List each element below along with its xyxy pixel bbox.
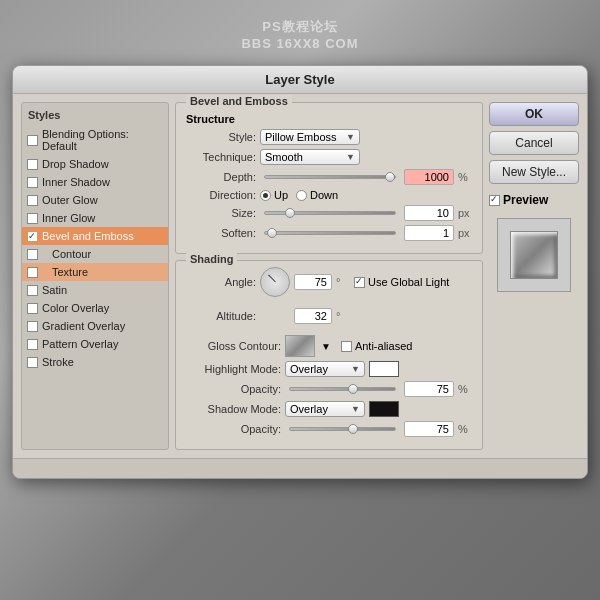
direction-radio-group: Up Down (260, 189, 338, 201)
shadow-mode-row: Shadow Mode: Overlay ▼ (186, 401, 472, 417)
new-style-button[interactable]: New Style... (489, 160, 579, 184)
structure-sub-label: Structure (186, 113, 472, 125)
sidebar-item-stroke[interactable]: Stroke (22, 353, 168, 371)
size-slider[interactable] (264, 211, 396, 215)
soften-row: Soften: px (186, 225, 472, 241)
depth-slider-thumb[interactable] (385, 172, 395, 182)
highlight-opacity-label: Opacity: (186, 383, 281, 395)
blending-options-checkbox[interactable] (27, 135, 38, 146)
dialog-bottom-bar (13, 458, 587, 478)
drop-shadow-checkbox[interactable] (27, 159, 38, 170)
depth-row: Depth: % (186, 169, 472, 185)
depth-unit: % (458, 171, 472, 183)
center-panel: Bevel and Emboss Structure Style: Pillow… (175, 102, 483, 450)
soften-slider-thumb[interactable] (267, 228, 277, 238)
preview-label: Preview (503, 193, 548, 207)
direction-up-circle (260, 190, 271, 201)
highlight-opacity-slider[interactable] (289, 387, 396, 391)
stroke-checkbox[interactable] (27, 357, 38, 368)
styles-header: Styles (22, 107, 168, 125)
texture-checkbox[interactable] (27, 267, 38, 278)
depth-slider[interactable] (264, 175, 396, 179)
anti-aliased-label[interactable]: Anti-aliased (341, 340, 412, 352)
angle-input[interactable] (294, 274, 332, 290)
gloss-contour-row: Gloss Contour: ▼ Anti-aliased (186, 335, 472, 357)
technique-label: Technique: (186, 151, 256, 163)
sidebar-item-pattern-overlay[interactable]: Pattern Overlay (22, 335, 168, 353)
contour-checkbox[interactable] (27, 249, 38, 260)
sidebar-item-inner-glow[interactable]: Inner Glow (22, 209, 168, 227)
highlight-mode-arrow: ▼ (351, 364, 360, 374)
outer-glow-checkbox[interactable] (27, 195, 38, 206)
sidebar-item-satin[interactable]: Satin (22, 281, 168, 299)
altitude-spacer (260, 301, 290, 331)
direction-down-radio[interactable]: Down (296, 189, 338, 201)
inner-shadow-checkbox[interactable] (27, 177, 38, 188)
shadow-opacity-slider[interactable] (289, 427, 396, 431)
bevel-emboss-checkbox[interactable] (27, 231, 38, 242)
sidebar-item-inner-shadow[interactable]: Inner Shadow (22, 173, 168, 191)
shadow-color-swatch[interactable] (369, 401, 399, 417)
gloss-contour-arrow[interactable]: ▼ (321, 341, 331, 352)
soften-unit: px (458, 227, 472, 239)
size-input[interactable] (404, 205, 454, 221)
preview-checkbox[interactable] (489, 195, 500, 206)
highlight-opacity-unit: % (458, 383, 472, 395)
sidebar-item-color-overlay[interactable]: Color Overlay (22, 299, 168, 317)
sidebar-item-texture[interactable]: Texture (22, 263, 168, 281)
size-slider-thumb[interactable] (285, 208, 295, 218)
soften-slider[interactable] (264, 231, 396, 235)
sidebar-item-drop-shadow[interactable]: Drop Shadow (22, 155, 168, 173)
gradient-overlay-checkbox[interactable] (27, 321, 38, 332)
sidebar-item-bevel-emboss[interactable]: Bevel and Emboss (22, 227, 168, 245)
dialog-title: Layer Style (13, 66, 587, 94)
style-select-arrow: ▼ (346, 132, 355, 142)
cancel-button[interactable]: Cancel (489, 131, 579, 155)
shadow-mode-select[interactable]: Overlay ▼ (285, 401, 365, 417)
shadow-opacity-input[interactable] (404, 421, 454, 437)
global-light-checkbox[interactable] (354, 277, 365, 288)
angle-label: Angle: (186, 276, 256, 288)
shadow-opacity-thumb[interactable] (348, 424, 358, 434)
highlight-opacity-input[interactable] (404, 381, 454, 397)
altitude-row: Altitude: ° (186, 301, 472, 331)
shading-section-label: Shading (186, 253, 237, 265)
color-overlay-checkbox[interactable] (27, 303, 38, 314)
ok-button[interactable]: OK (489, 102, 579, 126)
highlight-mode-label: Highlight Mode: (186, 363, 281, 375)
soften-input[interactable] (404, 225, 454, 241)
depth-input[interactable] (404, 169, 454, 185)
altitude-input[interactable] (294, 308, 332, 324)
satin-checkbox[interactable] (27, 285, 38, 296)
anti-aliased-checkbox[interactable] (341, 341, 352, 352)
style-select[interactable]: Pillow Emboss ▼ (260, 129, 360, 145)
gloss-contour-preview[interactable] (285, 335, 315, 357)
size-unit: px (458, 207, 472, 219)
style-label: Style: (186, 131, 256, 143)
sidebar-item-outer-glow[interactable]: Outer Glow (22, 191, 168, 209)
technique-select[interactable]: Smooth ▼ (260, 149, 360, 165)
direction-down-circle (296, 190, 307, 201)
sidebar-item-blending-options[interactable]: Blending Options: Default (22, 125, 168, 155)
technique-row: Technique: Smooth ▼ (186, 149, 472, 165)
preview-inner (510, 231, 558, 279)
highlight-color-swatch[interactable] (369, 361, 399, 377)
global-light-label[interactable]: Use Global Light (354, 276, 449, 288)
direction-row: Direction: Up Down (186, 189, 472, 201)
style-row: Style: Pillow Emboss ▼ (186, 129, 472, 145)
shadow-mode-arrow: ▼ (351, 404, 360, 414)
dialog-body: Styles Blending Options: Default Drop Sh… (13, 94, 587, 458)
inner-glow-checkbox[interactable] (27, 213, 38, 224)
sidebar-item-contour[interactable]: Contour (22, 245, 168, 263)
angle-dial[interactable] (260, 267, 290, 297)
highlight-mode-select[interactable]: Overlay ▼ (285, 361, 365, 377)
pattern-overlay-checkbox[interactable] (27, 339, 38, 350)
right-panel: OK Cancel New Style... Preview (489, 102, 579, 450)
direction-up-radio[interactable]: Up (260, 189, 288, 201)
soften-label: Soften: (186, 227, 256, 239)
highlight-opacity-thumb[interactable] (348, 384, 358, 394)
sidebar-item-gradient-overlay[interactable]: Gradient Overlay (22, 317, 168, 335)
highlight-opacity-row: Opacity: % (186, 381, 472, 397)
shadow-opacity-label: Opacity: (186, 423, 281, 435)
highlight-mode-row: Highlight Mode: Overlay ▼ (186, 361, 472, 377)
